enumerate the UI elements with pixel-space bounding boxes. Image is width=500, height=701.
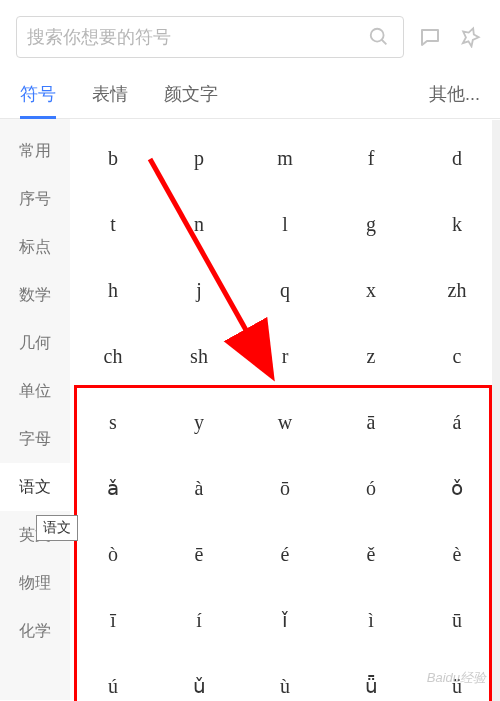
symbol-cell[interactable]: ü xyxy=(414,653,500,701)
tabs: 符号 表情 颜文字 其他... xyxy=(0,66,500,119)
symbol-cell[interactable]: g xyxy=(328,191,414,257)
symbol-cell[interactable]: ǎ xyxy=(70,455,156,521)
symbol-cell[interactable]: x xyxy=(328,257,414,323)
symbol-cell[interactable]: í xyxy=(156,587,242,653)
sidebar-item-physics[interactable]: 物理 xyxy=(0,559,70,607)
search-input[interactable] xyxy=(27,27,365,48)
symbol-cell[interactable]: ō xyxy=(242,455,328,521)
tooltip: 语文 xyxy=(36,515,78,541)
symbol-cell[interactable]: ǒ xyxy=(414,455,500,521)
tab-symbols[interactable]: 符号 xyxy=(20,76,56,118)
symbol-cell[interactable]: à xyxy=(156,455,242,521)
search-icon[interactable] xyxy=(365,23,393,51)
symbol-cell[interactable]: l xyxy=(242,191,328,257)
symbol-cell[interactable]: n xyxy=(156,191,242,257)
symbol-cell[interactable]: f xyxy=(328,125,414,191)
symbol-cell[interactable]: r xyxy=(242,323,328,389)
sidebar-item-geom[interactable]: 几何 xyxy=(0,319,70,367)
symbol-cell[interactable]: ǔ xyxy=(156,653,242,701)
tab-kaomoji[interactable]: 颜文字 xyxy=(164,76,218,118)
symbol-cell[interactable]: y xyxy=(156,389,242,455)
sidebar-item-punct[interactable]: 标点 xyxy=(0,223,70,271)
pin-icon[interactable] xyxy=(456,23,484,51)
symbol-cell[interactable]: b xyxy=(70,125,156,191)
symbol-cell[interactable]: h xyxy=(70,257,156,323)
sidebar-item-unit[interactable]: 单位 xyxy=(0,367,70,415)
symbol-cell[interactable]: ē xyxy=(156,521,242,587)
symbol-cell[interactable]: è xyxy=(414,521,500,587)
svg-line-1 xyxy=(382,40,387,45)
symbol-grid: bpmfdtnlgkhjqxzhchshrzcsywāáǎàōóǒòēéěèīí… xyxy=(70,119,500,700)
symbol-cell[interactable]: k xyxy=(414,191,500,257)
symbol-cell[interactable]: w xyxy=(242,389,328,455)
sidebar-item-common[interactable]: 常用 xyxy=(0,127,70,175)
symbol-cell[interactable]: j xyxy=(156,257,242,323)
symbol-cell[interactable]: ě xyxy=(328,521,414,587)
tab-other[interactable]: 其他... xyxy=(429,76,480,118)
search-box[interactable] xyxy=(16,16,404,58)
scrollbar[interactable] xyxy=(492,120,500,701)
symbol-cell[interactable]: ū xyxy=(414,587,500,653)
symbol-cell[interactable]: ú xyxy=(70,653,156,701)
chat-icon[interactable] xyxy=(416,23,444,51)
sidebar: 常用 序号 标点 数学 几何 单位 字母 语文 英文 物理 化学 语文 xyxy=(0,119,70,700)
symbol-cell[interactable]: ò xyxy=(70,521,156,587)
sidebar-item-chemistry[interactable]: 化学 xyxy=(0,607,70,655)
symbol-cell[interactable]: ī xyxy=(70,587,156,653)
sidebar-item-number[interactable]: 序号 xyxy=(0,175,70,223)
symbol-cell[interactable]: ì xyxy=(328,587,414,653)
symbol-cell[interactable]: á xyxy=(414,389,500,455)
symbol-cell[interactable]: é xyxy=(242,521,328,587)
symbol-cell[interactable]: ā xyxy=(328,389,414,455)
symbol-cell[interactable]: q xyxy=(242,257,328,323)
tab-emoji[interactable]: 表情 xyxy=(92,76,128,118)
symbol-cell[interactable]: sh xyxy=(156,323,242,389)
symbol-cell[interactable]: zh xyxy=(414,257,500,323)
sidebar-item-chinese[interactable]: 语文 xyxy=(0,463,70,511)
symbol-cell[interactable]: c xyxy=(414,323,500,389)
symbol-cell[interactable]: s xyxy=(70,389,156,455)
symbol-cell[interactable]: ǐ xyxy=(242,587,328,653)
symbol-cell[interactable]: ù xyxy=(242,653,328,701)
symbol-cell[interactable]: ǖ xyxy=(328,653,414,701)
symbol-cell[interactable]: t xyxy=(70,191,156,257)
symbol-cell[interactable]: d xyxy=(414,125,500,191)
svg-point-0 xyxy=(371,29,384,42)
symbol-cell[interactable]: p xyxy=(156,125,242,191)
symbol-cell[interactable]: m xyxy=(242,125,328,191)
symbol-cell[interactable]: z xyxy=(328,323,414,389)
symbol-cell[interactable]: ch xyxy=(70,323,156,389)
sidebar-item-math[interactable]: 数学 xyxy=(0,271,70,319)
sidebar-item-letter[interactable]: 字母 xyxy=(0,415,70,463)
symbol-cell[interactable]: ó xyxy=(328,455,414,521)
